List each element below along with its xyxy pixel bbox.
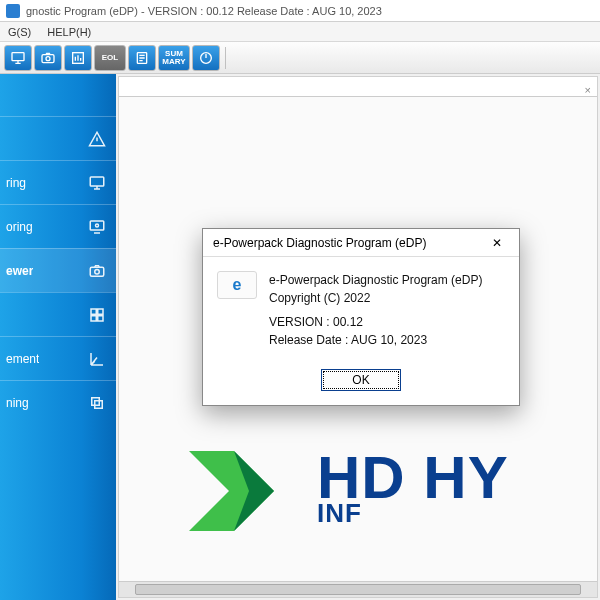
dialog-title-text: e-Powerpack Diagnostic Program (eDP) [213,236,426,250]
about-dialog: e-Powerpack Diagnostic Program (eDP) ✕ e… [202,228,520,406]
dialog-close-button[interactable]: ✕ [477,231,517,255]
dialog-info: e-Powerpack Diagnostic Program (eDP) Cop… [269,271,482,349]
version-text: VERSION : 00.12 [269,313,482,331]
dialog-titlebar: e-Powerpack Diagnostic Program (eDP) ✕ [203,229,519,257]
close-icon: ✕ [492,236,502,250]
dialog-actions: OK [203,361,519,405]
copyright-text: Copyright (C) 2022 [269,289,482,307]
app-logo-icon: e [217,271,257,299]
release-date-text: Release Date : AUG 10, 2023 [269,331,482,349]
product-name: e-Powerpack Diagnostic Program (eDP) [269,271,482,289]
dialog-body: e e-Powerpack Diagnostic Program (eDP) C… [203,257,519,361]
ok-button[interactable]: OK [321,369,401,391]
modal-overlay: e-Powerpack Diagnostic Program (eDP) ✕ e… [0,0,600,600]
